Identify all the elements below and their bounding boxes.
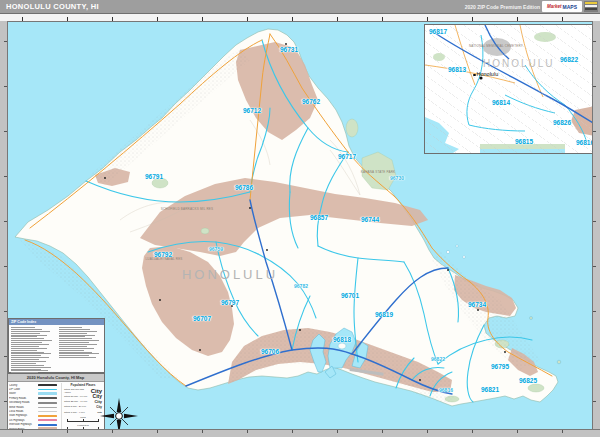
index-row	[11, 353, 51, 354]
index-row	[11, 365, 44, 366]
inset-county-label: HONOLULU	[483, 58, 555, 69]
index-row	[11, 367, 51, 368]
legend-line-items: CountyZIP CodeWaterPrimary RoadsSecondar…	[9, 383, 61, 436]
index-row	[11, 333, 40, 334]
index-row	[59, 355, 89, 356]
index-row	[11, 327, 35, 328]
index-row	[59, 333, 88, 334]
index-column-right	[59, 327, 103, 376]
index-row	[11, 329, 42, 330]
index-row	[11, 335, 47, 336]
index-row	[59, 352, 92, 353]
top-ruler	[0, 13, 600, 22]
index-row	[11, 342, 42, 343]
index-row	[59, 327, 83, 328]
miles-scale: Miles	[64, 416, 102, 422]
index-row	[11, 331, 50, 332]
index-row	[11, 369, 41, 370]
index-row	[11, 355, 41, 356]
index-row	[11, 348, 47, 349]
index-row	[11, 340, 52, 341]
index-row	[11, 359, 39, 360]
index-row	[59, 338, 92, 339]
index-row	[59, 344, 97, 345]
index-row	[11, 361, 46, 362]
index-column-left	[11, 327, 55, 376]
zip-code-index: ZIP Code Index	[8, 318, 105, 373]
index-row	[59, 331, 98, 332]
right-ruler	[592, 21, 600, 437]
marketmaps-logo: Market MAPS	[542, 1, 582, 12]
populated-places-title: Populated Places	[64, 383, 102, 387]
index-columns	[9, 325, 104, 378]
legend-header: 2020 Honolulu County, HI Map	[7, 374, 104, 382]
logo-text-market: Market	[547, 4, 562, 9]
index-row	[11, 370, 48, 371]
legend: 2020 Honolulu County, HI Map CountyZIP C…	[6, 373, 105, 435]
county-label: HONOLULU	[182, 267, 278, 282]
index-row	[59, 346, 87, 347]
title-bar: HONOLULU COUNTY, HI 2020 ZIP Code Premiu…	[0, 0, 600, 14]
index-row	[59, 353, 99, 354]
edition-label: 2020 ZIP Code Premium Edition	[465, 4, 540, 10]
map-title: HONOLULU COUNTY, HI	[6, 2, 99, 11]
populated-place-row: Cities 1,000 - 4,999City	[64, 410, 102, 415]
index-row	[59, 329, 90, 330]
index-row	[59, 335, 95, 336]
street-grid-texture	[425, 25, 600, 153]
map-sheet: HONOLULU 9673196712967629671796730967919…	[0, 0, 600, 437]
ford-island	[338, 343, 346, 349]
index-row	[11, 363, 36, 364]
index-row	[11, 352, 44, 353]
index-row	[11, 350, 37, 351]
bottom-ruler	[0, 429, 600, 437]
left-ruler	[0, 21, 8, 437]
index-row	[59, 350, 85, 351]
index-row	[11, 344, 49, 345]
logo-text-maps: MAPS	[563, 4, 577, 10]
index-row	[59, 340, 100, 341]
index-row	[59, 357, 97, 358]
index-row	[59, 348, 95, 349]
legend-populated-places: Populated Places Cities 100,000 and Abov…	[61, 383, 102, 436]
index-row	[11, 338, 44, 339]
honolulu-inset-map: HONOLULU	[424, 24, 600, 154]
index-row	[11, 336, 37, 337]
index-row	[59, 342, 90, 343]
publisher-badge	[584, 1, 598, 12]
index-row	[11, 357, 49, 358]
index-row	[59, 336, 85, 337]
index-row	[11, 346, 39, 347]
